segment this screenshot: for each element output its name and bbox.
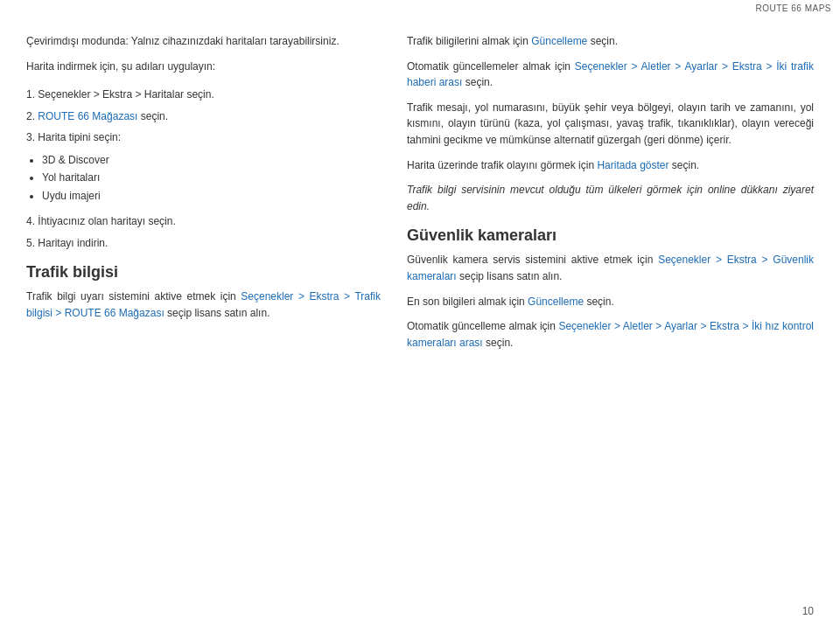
right-para-5-italic: Trafik bilgi servisinin mevcut olduğu tü… xyxy=(407,182,814,214)
guvenlik-para-1: Güvenlik kamera servis sistemini aktive … xyxy=(407,252,814,284)
harita-tipleri-list: 3D & Discover Yol haritaları Uydu imajer… xyxy=(42,151,381,205)
intro-para-2: Harita indirmek için, şu adıları uygulay… xyxy=(26,59,381,75)
guvenlik-para-3: Otomatik güncelleme almak için Seçenekle… xyxy=(407,318,814,351)
right-column: Trafik biligilerini almak için Güncellem… xyxy=(407,33,814,363)
right-para1-after: seçin. xyxy=(587,35,618,47)
guvenlik-para3-before: Otomatik güncelleme almak için xyxy=(407,320,558,332)
right-para4-after: seçin. xyxy=(668,159,699,171)
right-para4-before: Harita üzerinde trafik olayını görmek iç… xyxy=(407,159,597,171)
page-container: ROUTE 66 MAPS Çevirimdışı modunda: Yalnı… xyxy=(0,0,840,626)
trafik-para-after: seçip lisans satın alın. xyxy=(164,307,270,319)
step-4-num: 4. xyxy=(26,215,38,227)
right-para4-link[interactable]: Haritada göster xyxy=(597,159,668,171)
step-2: 2. ROUTE 66 Mağazası seçin. xyxy=(26,108,381,125)
right-para1-link[interactable]: Güncelleme xyxy=(531,35,587,47)
steps-section: 1. Seçenekler > Ekstra > Haritalar seçin… xyxy=(26,87,381,251)
trafik-para-before: Trafik bilgi uyarı sistemini aktive etme… xyxy=(26,290,241,303)
step-3: 3. Harita tipini seçin: xyxy=(26,129,381,146)
guvenlik-section: Güvenlik kameraları Güvenlik kamera serv… xyxy=(407,226,814,351)
right-para2-before: Otomatik güncellemeler almak için xyxy=(407,60,575,73)
bullet-item-3: Uydu imajeri xyxy=(42,187,381,205)
step-4-text: İhtiyacınız olan haritayı seçin. xyxy=(38,215,175,227)
guvenlik-para2-link[interactable]: Güncelleme xyxy=(528,296,584,308)
step-1: 1. Seçenekler > Ekstra > Haritalar seçin… xyxy=(26,87,381,103)
step-4: 4. İhtiyacınız olan haritayı seçin. xyxy=(26,213,381,230)
step-3-num: 3. xyxy=(26,131,38,143)
guvenlik-para2-before: En son bilgileri almak için xyxy=(407,296,528,308)
step-2-text-after: seçin. xyxy=(137,110,168,122)
step-5-num: 5. xyxy=(26,237,38,249)
right-para1-before: Trafik biligilerini almak için xyxy=(407,35,531,47)
bullet-item-2: Yol haritaları xyxy=(42,169,381,186)
step-2-num: 2. xyxy=(26,110,38,122)
step-5: 5. Haritayı indirin. xyxy=(26,235,381,252)
guvenlik-para1-after: seçip lisans satın alın. xyxy=(457,270,563,282)
trafik-bilgisi-section: Trafik bilgisi Trafik bilgi uyarı sistem… xyxy=(26,263,381,321)
guvenlik-para1-before: Güvenlik kamera servis sistemini aktive … xyxy=(407,254,658,266)
right-para2-after: seçin. xyxy=(462,76,493,88)
header-title: ROUTE 66 MAPS xyxy=(755,3,831,13)
intro-para-1: Çevirimdışı modunda: Yalnız cihazınızdak… xyxy=(26,33,381,50)
guvenlik-title: Güvenlik kameraları xyxy=(407,226,814,245)
step-1-num: 1. xyxy=(26,88,38,101)
step-5-text: Haritayı indirin. xyxy=(38,237,108,249)
step-2-link[interactable]: ROUTE 66 Mağazası xyxy=(38,110,137,122)
right-para-2: Otomatik güncellemeler almak için Seçene… xyxy=(407,59,814,91)
page-footer: 10 xyxy=(802,605,814,617)
step-3-text: Harita tipini seçin: xyxy=(38,131,121,143)
main-content: Çevirimdışı modunda: Yalnız cihazınızdak… xyxy=(26,33,814,363)
right-para-4: Harita üzerinde trafik olayını görmek iç… xyxy=(407,157,814,174)
left-column: Çevirimdışı modunda: Yalnız cihazınızdak… xyxy=(26,33,381,363)
guvenlik-para3-after: seçin. xyxy=(483,337,514,349)
right-para-3: Trafik mesajı, yol numarasını, büyük şeh… xyxy=(407,100,814,149)
right-para-1: Trafik biligilerini almak için Güncellem… xyxy=(407,33,814,50)
guvenlik-para2-after: seçin. xyxy=(584,296,614,308)
page-header: ROUTE 66 MAPS xyxy=(746,0,840,17)
step-1-text: Seçenekler > Ekstra > Haritalar seçin. xyxy=(38,88,214,101)
trafik-bilgisi-para: Trafik bilgi uyarı sistemini aktive etme… xyxy=(26,289,381,321)
guvenlik-para-2: En son bilgileri almak için Güncelleme s… xyxy=(407,294,814,310)
bullet-item-1: 3D & Discover xyxy=(42,151,381,169)
intro-section: Çevirimdışı modunda: Yalnız cihazınızdak… xyxy=(26,33,381,74)
trafik-bilgisi-title: Trafik bilgisi xyxy=(26,263,381,282)
page-number: 10 xyxy=(802,605,814,617)
